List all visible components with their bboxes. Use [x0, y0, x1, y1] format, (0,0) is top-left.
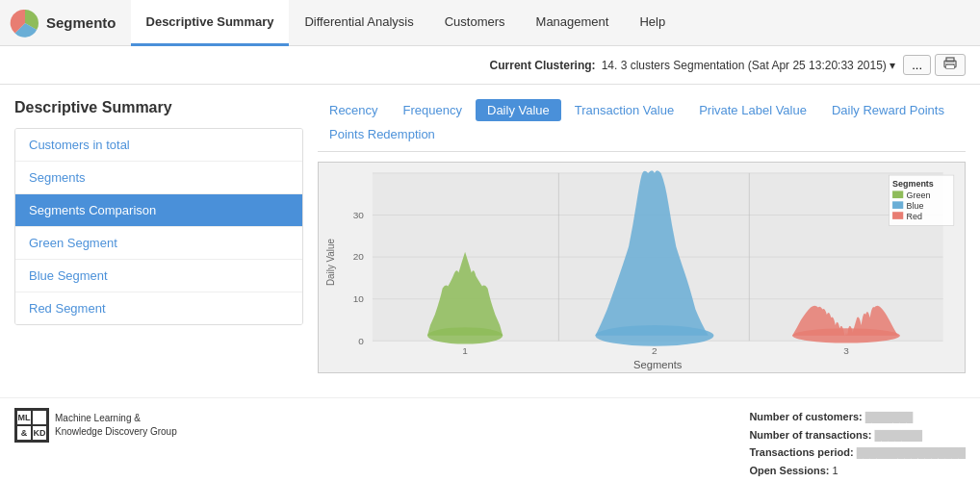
content-area: Descriptive Summary Customers in total S… [0, 85, 980, 388]
footer-logo: ML & KD Machine Learning & Knowledge Dis… [14, 408, 177, 443]
svg-text:Segments: Segments [892, 179, 934, 189]
top-navigation: Segmento Descriptive Summary Differentia… [0, 0, 980, 46]
footer-stat-sessions: Open Sessions: 1 [749, 462, 966, 480]
footer-logo-box: ML & KD [14, 408, 49, 443]
clustering-print-button[interactable] [935, 54, 966, 76]
sidebar-item-segments-comparison[interactable]: Segments Comparison [15, 194, 302, 227]
svg-rect-30 [892, 201, 903, 209]
sidebar-item-blue-segment[interactable]: Blue Segment [15, 260, 302, 292]
right-panel: Recency Frequency Daily Value Transactio… [318, 99, 966, 373]
svg-text:1: 1 [462, 346, 468, 357]
chart-tabs: Recency Frequency Daily Value Transactio… [318, 99, 966, 152]
footer-stat-customers: Number of customers: ███████ [749, 408, 966, 426]
svg-text:10: 10 [353, 293, 365, 304]
footer-stat-period: Transactions period: ████████████████ [749, 444, 966, 462]
nav-tab-customers[interactable]: Customers [429, 0, 521, 46]
sidebar-menu: Customers in total Segments Segments Com… [14, 128, 303, 325]
footer-logo-cell-kd: KD [32, 425, 47, 441]
nav-tabs: Descriptive Summary Differential Analysi… [131, 0, 682, 46]
chart-tab-frequency[interactable]: Frequency [392, 99, 474, 121]
footer-logo-cell-ml: ML [16, 410, 32, 425]
svg-text:2: 2 [652, 346, 658, 357]
chart-tab-daily-reward-points[interactable]: Daily Reward Points [820, 99, 956, 121]
sidebar-item-green-segment[interactable]: Green Segment [15, 227, 302, 260]
footer-logo-cell-blank [32, 410, 47, 425]
svg-text:20: 20 [353, 251, 365, 262]
svg-rect-28 [892, 190, 903, 198]
svg-text:Segments: Segments [633, 359, 683, 370]
logo-text: Segmento [46, 14, 116, 31]
svg-rect-4 [946, 65, 954, 68]
svg-text:0: 0 [358, 336, 364, 346]
footer-logo-cell-and: & [16, 425, 32, 441]
chart-tab-daily-value[interactable]: Daily Value [476, 99, 561, 121]
sidebar-item-segments[interactable]: Segments [15, 162, 302, 194]
chart-svg: 0 10 20 30 Daily Value 1 2 3 Segments [319, 163, 965, 372]
footer: ML & KD Machine Learning & Knowledge Dis… [0, 397, 980, 482]
chart-tab-recency[interactable]: Recency [318, 99, 390, 121]
nav-tab-help[interactable]: Help [624, 0, 681, 46]
sidebar-item-red-segment[interactable]: Red Segment [15, 292, 302, 324]
svg-text:Green: Green [907, 190, 931, 200]
footer-logo-text: Machine Learning & Knowledge Discovery G… [55, 412, 177, 439]
nav-tab-management[interactable]: Management [521, 0, 625, 46]
logo-area: Segmento [10, 8, 116, 38]
chart-container: 0 10 20 30 Daily Value 1 2 3 Segments [318, 162, 966, 373]
chart-tab-transaction-value[interactable]: Transaction Value [563, 99, 685, 121]
clustering-bar: Current Clustering: 14. 3 clusters Segme… [0, 46, 980, 85]
clustering-label: Current Clustering: [490, 59, 596, 72]
svg-text:3: 3 [843, 346, 849, 357]
nav-tab-descriptive-summary[interactable]: Descriptive Summary [131, 0, 290, 46]
clustering-value: 14. 3 clusters Segmentation (Sat Apr 25 … [602, 59, 896, 72]
svg-text:Blue: Blue [907, 201, 924, 211]
logo-icon [10, 8, 40, 38]
print-icon [943, 57, 957, 70]
svg-rect-32 [892, 212, 903, 219]
clustering-menu-button[interactable]: ... [903, 55, 931, 75]
nav-tab-differential-analysis[interactable]: Differential Analysis [289, 0, 428, 46]
panel-title: Descriptive Summary [14, 99, 303, 116]
footer-stats: Number of customers: ███████ Number of t… [749, 408, 966, 480]
svg-text:Red: Red [907, 212, 922, 221]
chart-tab-private-label-value[interactable]: Private Label Value [687, 99, 818, 121]
left-panel: Descriptive Summary Customers in total S… [14, 99, 303, 373]
svg-rect-2 [946, 58, 954, 62]
footer-stat-transactions: Number of transactions: ███████ [749, 426, 966, 444]
sidebar-item-customers-in-total[interactable]: Customers in total [15, 129, 302, 162]
svg-text:Daily Value: Daily Value [325, 239, 336, 286]
chart-tab-points-redemption[interactable]: Points Redemption [318, 123, 447, 145]
svg-text:30: 30 [353, 210, 365, 220]
